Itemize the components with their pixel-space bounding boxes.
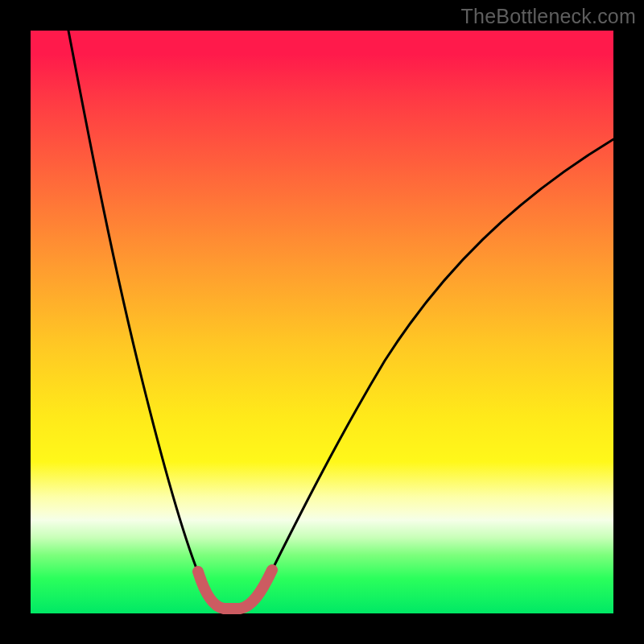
curve-svg <box>31 31 613 613</box>
chart-frame: TheBottleneck.com <box>0 0 644 644</box>
optimal-region-marker <box>198 570 272 609</box>
bottleneck-curve <box>68 31 613 609</box>
watermark-text: TheBottleneck.com <box>461 5 636 28</box>
plot-area <box>31 31 613 613</box>
